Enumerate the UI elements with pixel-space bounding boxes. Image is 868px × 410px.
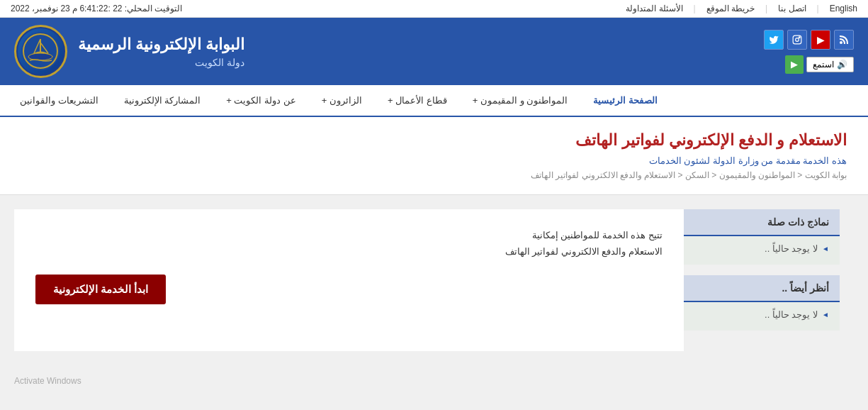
nav-item-about[interactable]: عن دولة الكويت +	[213, 85, 308, 116]
breadcrumb-sep3: <	[675, 170, 682, 180]
top-bar-links: English | اتصل بنا | خريطة الموقع | الأس…	[626, 4, 857, 13]
nav-link-legislation[interactable]: التشريعات والقوانين	[7, 85, 111, 116]
site-main-title: البوابة الإلكترونية الرسمية	[78, 35, 244, 54]
instagram-icon[interactable]	[787, 30, 807, 50]
service-description: تتيح هذه الخدمة للمواطنين إمكانية الاستع…	[35, 227, 663, 260]
svg-point-0	[840, 41, 842, 44]
breadcrumb-housing[interactable]: السكن	[685, 170, 709, 180]
header-title: البوابة الإلكترونية الرسمية دولة الكويت	[78, 35, 244, 68]
nav-link-citizens[interactable]: المواطنون و المقيمون +	[460, 85, 580, 116]
breadcrumb-home[interactable]: بوابة الكويت	[805, 170, 847, 180]
sep3: |	[694, 4, 696, 13]
breadcrumb-sep2: <	[709, 170, 716, 180]
header-logo-area: البوابة الإلكترونية الرسمية دولة الكويت	[14, 25, 244, 78]
sitemap-link[interactable]: خريطة الموقع	[706, 4, 755, 13]
play-icon: ▶	[791, 59, 798, 70]
related-forms-body: لا يوجد حالياً ..	[684, 236, 840, 265]
breadcrumb-sep1: <	[795, 170, 802, 180]
service-desc-line1: تتيح هذه الخدمة للمواطنين إمكانية	[532, 230, 663, 240]
twitter-icon[interactable]	[764, 30, 784, 50]
nav-link-eparticipation[interactable]: المشاركة الإلكترونية	[111, 85, 214, 116]
sep2: |	[765, 4, 767, 13]
service-area: تتيح هذه الخدمة للمواطنين إمكانية الاستع…	[14, 209, 684, 351]
nav-link-business[interactable]: قطاع الأعمال +	[375, 85, 460, 116]
see-also-body: لا يوجد حالياً ..	[684, 302, 840, 331]
start-service-button[interactable]: ابدأ الخدمة الإلكترونية	[35, 275, 166, 304]
contact-link[interactable]: اتصل بنا	[778, 4, 806, 13]
breadcrumb-current: الاستعلام والدفع الالكتروني لفواتير الها…	[531, 170, 675, 180]
play-button[interactable]: ▶	[785, 55, 804, 74]
listen-label: استمع	[813, 60, 834, 70]
page-title: الاستعلام و الدفع الإلكتروني لفواتير اله…	[21, 131, 847, 150]
sep1: |	[817, 4, 819, 13]
nav-item-visitors[interactable]: الزائرون +	[309, 85, 375, 116]
see-also-empty: لا يوجد حالياً ..	[694, 309, 829, 320]
svg-point-2	[796, 38, 799, 41]
page-content: الاستعلام و الدفع الإلكتروني لفواتير اله…	[0, 117, 868, 389]
site-sub-title: دولة الكويت	[78, 57, 244, 68]
header-left-area: ▶ 🔊 استمع ▶	[764, 30, 854, 74]
main-layout: نماذج ذات صلة لا يوجد حالياً .. أنظر أيض…	[0, 195, 868, 365]
windows-watermark: Activate Windows	[0, 372, 868, 389]
listen-controls: 🔊 استمع ▶	[785, 55, 854, 74]
nav-item-legislation[interactable]: التشريعات والقوانين	[7, 85, 111, 116]
svg-point-6	[28, 53, 52, 60]
see-also-header: أنظر أيضاً ..	[684, 275, 840, 302]
nav-item-home[interactable]: الصفحة الرئيسية	[580, 85, 670, 116]
breadcrumb-citizens[interactable]: المواطنون والمقيمون	[719, 170, 795, 180]
main-nav: الصفحة الرئيسية المواطنون و المقيمون + ق…	[0, 85, 868, 117]
nav-link-home[interactable]: الصفحة الرئيسية	[580, 85, 670, 116]
breadcrumb: بوابة الكويت < المواطنون والمقيمون < الس…	[21, 170, 847, 180]
related-forms-header: نماذج ذات صلة	[684, 209, 840, 236]
page-heading: الاستعلام و الدفع الإلكتروني لفواتير اله…	[0, 117, 868, 195]
english-link[interactable]: English	[830, 4, 857, 13]
social-icons-bar: ▶	[764, 30, 854, 50]
kuwait-emblem	[14, 25, 67, 78]
nav-item-business[interactable]: قطاع الأعمال +	[375, 85, 460, 116]
nav-link-visitors[interactable]: الزائرون +	[309, 85, 375, 116]
nav-item-eparticipation[interactable]: المشاركة الإلكترونية	[111, 85, 214, 116]
datetime-display: التوقيت المحلي: 22 :6:41:22 م 23 نوفمبر،…	[11, 4, 183, 13]
rss-icon[interactable]	[834, 30, 854, 50]
nav-list: الصفحة الرئيسية المواطنون و المقيمون + ق…	[0, 85, 868, 116]
faq-link[interactable]: الأسئلة المتداولة	[626, 4, 682, 13]
speaker-icon: 🔊	[837, 60, 847, 70]
emblem-inner	[18, 28, 64, 74]
nav-item-citizens[interactable]: المواطنون و المقيمون +	[460, 85, 580, 116]
listen-button[interactable]: 🔊 استمع	[806, 57, 854, 72]
nav-link-about[interactable]: عن دولة الكويت +	[213, 85, 308, 116]
site-header: ▶ 🔊 استمع ▶	[0, 18, 868, 85]
related-forms-empty: لا يوجد حالياً ..	[694, 243, 829, 254]
top-bar: English | اتصل بنا | خريطة الموقع | الأس…	[0, 0, 868, 18]
see-also-section: أنظر أيضاً .. لا يوجد حالياً ..	[684, 275, 840, 331]
service-desc-line2: الاستعلام والدفع الالكتروني لفواتير الها…	[505, 246, 663, 257]
youtube-icon[interactable]: ▶	[811, 30, 830, 50]
service-source: هذه الخدمة مقدمة من وزارة الدولة لشئون ا…	[21, 155, 847, 166]
related-forms-section: نماذج ذات صلة لا يوجد حالياً ..	[684, 209, 840, 265]
svg-point-3	[799, 36, 800, 38]
sidebar: نماذج ذات صلة لا يوجد حالياً .. أنظر أيض…	[684, 209, 840, 341]
